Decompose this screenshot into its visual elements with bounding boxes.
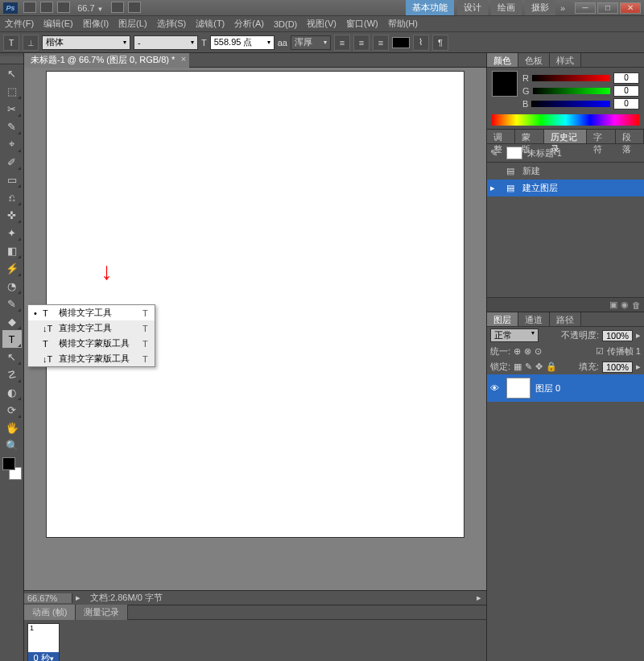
unify-style-icon[interactable]: ⊙ — [535, 346, 542, 357]
propagate-label[interactable]: 传播帧 1 — [607, 345, 641, 357]
tab-color[interactable]: 颜色 — [487, 53, 518, 67]
dodge-tool[interactable]: ✎ — [2, 295, 22, 312]
tab-styles[interactable]: 样式 — [550, 53, 581, 67]
color-swatches[interactable] — [2, 457, 22, 480]
menu-analysis[interactable]: 分析(A) — [234, 18, 264, 30]
r-slider[interactable] — [532, 75, 610, 81]
arrange-docs-icon[interactable] — [128, 2, 141, 13]
lock-position-icon[interactable]: ✥ — [535, 361, 543, 372]
history-snapshot[interactable]: ✎未标题-1 — [487, 144, 644, 162]
zoom-display[interactable]: 66.7 ▼ — [77, 3, 103, 13]
zoom-tool[interactable]: 🔍 — [2, 436, 22, 454]
spectrum-ramp[interactable] — [492, 114, 639, 126]
tab-paragraph[interactable]: 段落 — [616, 130, 644, 143]
layer-name[interactable]: 图层 0 — [535, 382, 560, 395]
3d-camera-tool[interactable]: ⟳ — [2, 401, 22, 419]
menu-image[interactable]: 图像(I) — [83, 18, 109, 30]
unify-position-icon[interactable]: ⊕ — [514, 346, 521, 357]
tool-preset-icon[interactable]: T — [3, 35, 19, 51]
workspace-basic[interactable]: 基本功能 — [406, 0, 454, 15]
font-size-select[interactable]: 558.95 点▾ — [210, 35, 275, 50]
menu-select[interactable]: 选择(S) — [157, 18, 187, 30]
font-family-select[interactable]: 楷体▾ — [42, 35, 130, 50]
shape-tool[interactable]: ☡ — [2, 366, 22, 383]
workspace-painting[interactable]: 绘画 — [491, 0, 522, 15]
status-doc-info[interactable]: 文档:2.86M/0 字节 — [84, 592, 472, 604]
lock-all-icon[interactable]: 🔒 — [546, 361, 557, 372]
blur-tool[interactable]: ◔ — [2, 277, 22, 295]
menu-file[interactable]: 文件(F) — [5, 18, 34, 30]
tab-masks[interactable]: 蒙版 — [515, 130, 543, 143]
move-tool[interactable]: ↖ — [2, 64, 22, 82]
flyout-horizontal-type[interactable]: •T横排文字工具T — [28, 305, 155, 320]
history-new-doc-icon[interactable]: ▣ — [609, 300, 617, 310]
g-slider[interactable] — [533, 88, 610, 94]
warp-text-icon[interactable]: ⌇ — [413, 35, 429, 51]
crop-tool[interactable]: ⌖ — [2, 135, 22, 153]
text-color-swatch[interactable] — [392, 37, 410, 48]
blend-mode-select[interactable]: 正常▾ — [490, 328, 539, 342]
pen-tool[interactable]: ◆ — [2, 312, 22, 330]
align-center-icon[interactable]: ≡ — [353, 35, 369, 51]
lock-pixels-icon[interactable]: ✎ — [525, 361, 532, 372]
animation-frame[interactable]: 1 0 秒▾ — [27, 623, 60, 661]
path-select-tool[interactable]: ↖ — [2, 348, 22, 366]
quick-select-tool[interactable]: ✎ — [2, 118, 22, 135]
layer-row[interactable]: 👁 图层 0 — [487, 374, 644, 402]
fill-input[interactable]: 100% — [602, 361, 633, 373]
panel-color-swatch[interactable] — [492, 71, 518, 97]
view-extras-icon[interactable] — [111, 2, 124, 13]
tab-animation[interactable]: 动画 (帧) — [24, 605, 76, 620]
character-panel-icon[interactable]: ¶ — [432, 35, 448, 51]
unify-visibility-icon[interactable]: ⊗ — [524, 346, 531, 357]
tab-layers[interactable]: 图层 — [487, 312, 518, 326]
gradient-tool[interactable]: ⚡ — [2, 259, 22, 277]
antialias-select[interactable]: 浑厚▾ — [291, 35, 331, 50]
status-zoom[interactable]: 66.67% — [24, 593, 72, 603]
g-value[interactable]: 0 — [613, 85, 639, 97]
hand-tool[interactable]: 🖐 — [2, 419, 22, 436]
3d-tool[interactable]: ◐ — [2, 383, 22, 401]
tab-history[interactable]: 历史记录 — [544, 130, 588, 143]
b-slider[interactable] — [531, 101, 610, 107]
opacity-input[interactable]: 100% — [602, 330, 633, 341]
history-brush-tool[interactable]: ✦ — [2, 224, 22, 242]
document-tab[interactable]: 未标题-1 @ 66.7% (图层 0, RGB/8) * — [24, 53, 189, 68]
menu-layer[interactable]: 图层(L) — [118, 18, 147, 30]
lock-transparency-icon[interactable]: ▦ — [514, 361, 522, 372]
screen-mode-icon[interactable] — [57, 2, 70, 13]
bridge-icon[interactable] — [23, 2, 36, 13]
lasso-tool[interactable]: ✂ — [2, 100, 22, 118]
menu-edit[interactable]: 编辑(E) — [43, 18, 73, 30]
tab-paths[interactable]: 路径 — [550, 312, 581, 326]
font-style-select[interactable]: -▾ — [134, 35, 198, 50]
workspace-photography[interactable]: 摄影 — [525, 0, 555, 15]
history-item-create-layer[interactable]: ▸▤建立图层 — [487, 180, 644, 196]
menu-filter[interactable]: 滤镜(T) — [196, 18, 225, 30]
history-delete-icon[interactable]: 🗑 — [632, 300, 641, 310]
window-maximize-button[interactable]: □ — [597, 2, 618, 14]
frame-delay[interactable]: 0 秒▾ — [28, 652, 59, 661]
layer-thumbnail[interactable] — [506, 378, 530, 399]
window-close-button[interactable]: ✕ — [620, 2, 641, 14]
flyout-vertical-type-mask[interactable]: ↓T直排文字蒙版工具T — [28, 351, 155, 366]
clone-tool[interactable]: ✜ — [2, 206, 22, 224]
healing-tool[interactable]: ▭ — [2, 171, 22, 188]
workspace-more-icon[interactable]: » — [560, 3, 565, 13]
visibility-icon[interactable]: 👁 — [490, 383, 502, 393]
foreground-color-swatch[interactable] — [2, 457, 15, 470]
window-minimize-button[interactable]: ─ — [575, 2, 596, 14]
align-left-icon[interactable]: ≡ — [334, 35, 350, 51]
tab-measurement[interactable]: 测量记录 — [76, 605, 128, 620]
brush-tool[interactable]: ⎌ — [2, 188, 22, 206]
mini-bridge-icon[interactable] — [40, 2, 53, 13]
text-orientation-icon[interactable]: ⟂ — [23, 35, 39, 51]
menu-window[interactable]: 窗口(W) — [346, 18, 378, 30]
menu-view[interactable]: 视图(V) — [307, 18, 336, 30]
eraser-tool[interactable]: ◧ — [2, 242, 22, 259]
tab-character[interactable]: 字符 — [587, 130, 615, 143]
history-snapshot-icon[interactable]: ◉ — [621, 300, 629, 310]
b-value[interactable]: 0 — [613, 98, 639, 109]
align-right-icon[interactable]: ≡ — [373, 35, 389, 51]
r-value[interactable]: 0 — [613, 72, 639, 84]
